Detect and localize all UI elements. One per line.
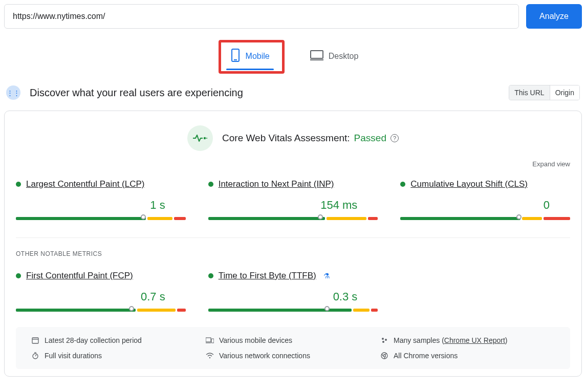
- status-dot-good: [208, 273, 213, 278]
- metric-item: Largest Contentful Paint (LCP)1 s: [16, 179, 186, 220]
- vitals-pulse-icon: [187, 125, 213, 151]
- metric-item: Time to First Byte (TTFB)⚗0.3 s: [208, 271, 378, 312]
- devices-icon: [206, 337, 214, 343]
- footer-versions: All Chrome versions: [380, 352, 555, 360]
- distribution-bar: [16, 309, 186, 312]
- metadata-footer: Latest 28-day collection period Various …: [16, 327, 570, 369]
- tab-desktop[interactable]: Desktop: [301, 40, 368, 74]
- metric-value: 0: [400, 199, 570, 212]
- desktop-icon: [310, 50, 323, 62]
- metric-value: 0.3 s: [208, 290, 378, 303]
- svg-point-17: [209, 357, 210, 358]
- url-input[interactable]: [4, 4, 519, 29]
- svg-rect-2: [311, 51, 323, 58]
- vitals-status: Passed: [354, 133, 386, 144]
- flask-icon: ⚗: [323, 272, 330, 280]
- footer-network: Various network connections: [206, 352, 380, 360]
- distribution-bar: [400, 217, 570, 220]
- footer-collection-period: Latest 28-day collection period: [31, 336, 206, 344]
- vitals-card: Core Web Vitals Assessment: Passed ? Exp…: [4, 111, 582, 377]
- svg-point-12: [385, 339, 387, 341]
- metric-name-link[interactable]: First Contentful Paint (FCP): [26, 271, 133, 281]
- distribution-bar: [208, 309, 378, 312]
- metric-name-link[interactable]: Cumulative Layout Shift (CLS): [410, 179, 528, 189]
- toggle-origin[interactable]: Origin: [550, 85, 579, 100]
- svg-rect-10: [211, 339, 214, 343]
- percentile-marker: [324, 306, 330, 311]
- svg-point-4: [204, 137, 206, 139]
- people-icon: ⋮⋮: [6, 85, 20, 100]
- status-dot-good: [16, 182, 21, 187]
- svg-point-11: [382, 338, 384, 340]
- section-title: Discover what your real users are experi…: [30, 87, 243, 99]
- stopwatch-icon: [31, 352, 39, 359]
- status-dot-good: [16, 273, 21, 278]
- distribution-bar: [16, 217, 186, 220]
- status-dot-good: [208, 182, 213, 187]
- help-icon[interactable]: ?: [390, 134, 399, 142]
- svg-line-15: [35, 355, 36, 356]
- percentile-marker: [318, 214, 323, 220]
- expand-view-link[interactable]: Expand view: [16, 160, 570, 168]
- scope-toggle: This URL Origin: [509, 85, 580, 100]
- crux-report-link[interactable]: Chrome UX Report: [444, 336, 505, 344]
- metric-item: First Contentful Paint (FCP)0.7 s: [16, 271, 186, 312]
- svg-point-13: [382, 341, 384, 343]
- metric-value: 154 ms: [208, 199, 378, 212]
- calendar-icon: [31, 337, 39, 344]
- distribution-bar: [208, 217, 378, 220]
- percentile-marker: [141, 214, 146, 220]
- svg-rect-8: [206, 338, 211, 342]
- mobile-icon: [230, 49, 241, 64]
- status-dot-good: [400, 182, 405, 187]
- chrome-icon: [380, 352, 388, 359]
- toggle-this-url[interactable]: This URL: [509, 85, 549, 100]
- tab-mobile[interactable]: Mobile: [221, 42, 279, 71]
- metric-name-link[interactable]: Largest Contentful Paint (LCP): [26, 179, 145, 189]
- footer-durations: Full visit durations: [31, 352, 206, 360]
- metric-value: 0.7 s: [16, 290, 186, 303]
- percentile-marker: [129, 306, 134, 311]
- metric-name-link[interactable]: Interaction to Next Paint (INP): [219, 179, 334, 189]
- percentile-marker: [516, 214, 522, 220]
- other-metrics-header: OTHER NOTABLE METRICS: [16, 250, 570, 257]
- footer-samples: Many samples (Chrome UX Report): [380, 336, 555, 344]
- svg-line-20: [384, 354, 387, 355]
- tab-desktop-label: Desktop: [329, 52, 359, 61]
- wifi-icon: [206, 353, 214, 359]
- svg-point-5: [206, 138, 207, 139]
- svg-rect-6: [32, 338, 38, 343]
- analyze-button[interactable]: Analyze: [526, 4, 582, 29]
- highlight-box: Mobile: [219, 40, 285, 74]
- metric-item: Interaction to Next Paint (INP)154 ms: [208, 179, 378, 220]
- vitals-title: Core Web Vitals Assessment: Passed ?: [222, 133, 399, 144]
- divider: [16, 237, 570, 238]
- tab-mobile-label: Mobile: [246, 52, 270, 61]
- metric-name-link[interactable]: Time to First Byte (TTFB): [219, 271, 316, 281]
- footer-devices: Various mobile devices: [206, 336, 380, 344]
- metric-item: Cumulative Layout Shift (CLS)0: [400, 179, 570, 220]
- samples-icon: [380, 337, 388, 343]
- metric-value: 1 s: [16, 199, 186, 212]
